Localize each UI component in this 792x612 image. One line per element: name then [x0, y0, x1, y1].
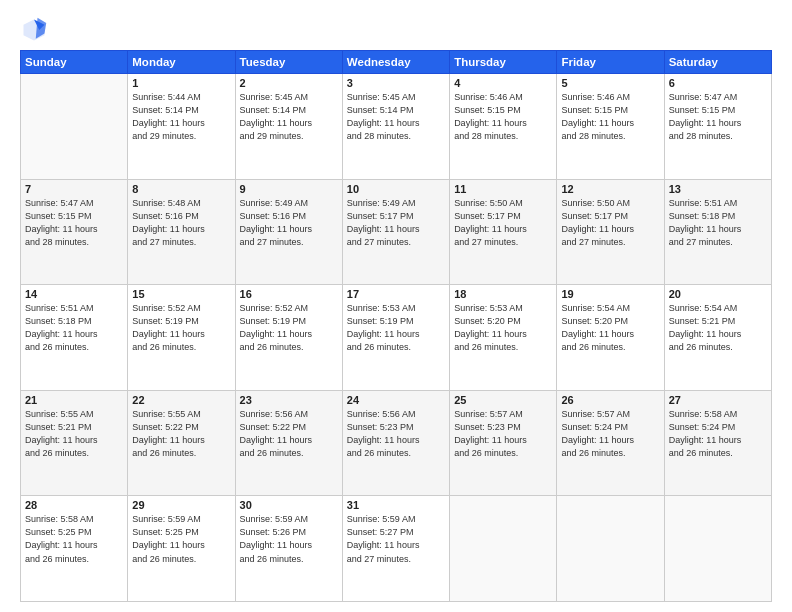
calendar-cell: 6Sunrise: 5:47 AM Sunset: 5:15 PM Daylig… — [664, 74, 771, 180]
day-info: Sunrise: 5:57 AM Sunset: 5:24 PM Dayligh… — [561, 408, 659, 460]
day-number: 20 — [669, 288, 767, 300]
day-number: 9 — [240, 183, 338, 195]
day-info: Sunrise: 5:59 AM Sunset: 5:27 PM Dayligh… — [347, 513, 445, 565]
calendar-cell — [664, 496, 771, 602]
day-info: Sunrise: 5:48 AM Sunset: 5:16 PM Dayligh… — [132, 197, 230, 249]
calendar-cell: 7Sunrise: 5:47 AM Sunset: 5:15 PM Daylig… — [21, 179, 128, 285]
calendar-cell: 9Sunrise: 5:49 AM Sunset: 5:16 PM Daylig… — [235, 179, 342, 285]
calendar-cell: 14Sunrise: 5:51 AM Sunset: 5:18 PM Dayli… — [21, 285, 128, 391]
day-number: 12 — [561, 183, 659, 195]
calendar-week-row: 28Sunrise: 5:58 AM Sunset: 5:25 PM Dayli… — [21, 496, 772, 602]
calendar-cell: 2Sunrise: 5:45 AM Sunset: 5:14 PM Daylig… — [235, 74, 342, 180]
calendar-cell: 30Sunrise: 5:59 AM Sunset: 5:26 PM Dayli… — [235, 496, 342, 602]
calendar-cell: 24Sunrise: 5:56 AM Sunset: 5:23 PM Dayli… — [342, 390, 449, 496]
day-info: Sunrise: 5:54 AM Sunset: 5:20 PM Dayligh… — [561, 302, 659, 354]
day-number: 11 — [454, 183, 552, 195]
header — [20, 16, 772, 44]
day-number: 29 — [132, 499, 230, 511]
day-info: Sunrise: 5:46 AM Sunset: 5:15 PM Dayligh… — [454, 91, 552, 143]
calendar-week-row: 14Sunrise: 5:51 AM Sunset: 5:18 PM Dayli… — [21, 285, 772, 391]
weekday-header-thursday: Thursday — [450, 51, 557, 74]
logo-icon — [20, 16, 48, 44]
weekday-header-wednesday: Wednesday — [342, 51, 449, 74]
day-info: Sunrise: 5:56 AM Sunset: 5:22 PM Dayligh… — [240, 408, 338, 460]
calendar-cell: 4Sunrise: 5:46 AM Sunset: 5:15 PM Daylig… — [450, 74, 557, 180]
calendar-cell: 3Sunrise: 5:45 AM Sunset: 5:14 PM Daylig… — [342, 74, 449, 180]
calendar-table: SundayMondayTuesdayWednesdayThursdayFrid… — [20, 50, 772, 602]
weekday-header-monday: Monday — [128, 51, 235, 74]
day-number: 16 — [240, 288, 338, 300]
calendar-cell: 20Sunrise: 5:54 AM Sunset: 5:21 PM Dayli… — [664, 285, 771, 391]
day-number: 5 — [561, 77, 659, 89]
day-info: Sunrise: 5:59 AM Sunset: 5:25 PM Dayligh… — [132, 513, 230, 565]
day-number: 7 — [25, 183, 123, 195]
calendar-cell: 12Sunrise: 5:50 AM Sunset: 5:17 PM Dayli… — [557, 179, 664, 285]
calendar-cell — [21, 74, 128, 180]
day-number: 27 — [669, 394, 767, 406]
day-info: Sunrise: 5:47 AM Sunset: 5:15 PM Dayligh… — [669, 91, 767, 143]
day-number: 6 — [669, 77, 767, 89]
calendar-cell — [557, 496, 664, 602]
calendar-cell — [450, 496, 557, 602]
calendar-cell: 28Sunrise: 5:58 AM Sunset: 5:25 PM Dayli… — [21, 496, 128, 602]
calendar-cell: 11Sunrise: 5:50 AM Sunset: 5:17 PM Dayli… — [450, 179, 557, 285]
calendar-cell: 5Sunrise: 5:46 AM Sunset: 5:15 PM Daylig… — [557, 74, 664, 180]
weekday-header-sunday: Sunday — [21, 51, 128, 74]
day-info: Sunrise: 5:44 AM Sunset: 5:14 PM Dayligh… — [132, 91, 230, 143]
day-number: 28 — [25, 499, 123, 511]
day-number: 19 — [561, 288, 659, 300]
day-number: 30 — [240, 499, 338, 511]
day-number: 13 — [669, 183, 767, 195]
day-number: 17 — [347, 288, 445, 300]
day-info: Sunrise: 5:55 AM Sunset: 5:22 PM Dayligh… — [132, 408, 230, 460]
day-info: Sunrise: 5:49 AM Sunset: 5:17 PM Dayligh… — [347, 197, 445, 249]
weekday-header-row: SundayMondayTuesdayWednesdayThursdayFrid… — [21, 51, 772, 74]
calendar-cell: 21Sunrise: 5:55 AM Sunset: 5:21 PM Dayli… — [21, 390, 128, 496]
calendar-cell: 26Sunrise: 5:57 AM Sunset: 5:24 PM Dayli… — [557, 390, 664, 496]
day-number: 23 — [240, 394, 338, 406]
weekday-header-saturday: Saturday — [664, 51, 771, 74]
day-info: Sunrise: 5:53 AM Sunset: 5:20 PM Dayligh… — [454, 302, 552, 354]
day-info: Sunrise: 5:59 AM Sunset: 5:26 PM Dayligh… — [240, 513, 338, 565]
day-info: Sunrise: 5:53 AM Sunset: 5:19 PM Dayligh… — [347, 302, 445, 354]
day-number: 24 — [347, 394, 445, 406]
calendar-week-row: 1Sunrise: 5:44 AM Sunset: 5:14 PM Daylig… — [21, 74, 772, 180]
day-number: 4 — [454, 77, 552, 89]
day-number: 10 — [347, 183, 445, 195]
calendar-cell: 23Sunrise: 5:56 AM Sunset: 5:22 PM Dayli… — [235, 390, 342, 496]
day-info: Sunrise: 5:50 AM Sunset: 5:17 PM Dayligh… — [561, 197, 659, 249]
day-info: Sunrise: 5:58 AM Sunset: 5:25 PM Dayligh… — [25, 513, 123, 565]
day-info: Sunrise: 5:52 AM Sunset: 5:19 PM Dayligh… — [240, 302, 338, 354]
day-number: 15 — [132, 288, 230, 300]
day-number: 8 — [132, 183, 230, 195]
day-number: 1 — [132, 77, 230, 89]
day-info: Sunrise: 5:50 AM Sunset: 5:17 PM Dayligh… — [454, 197, 552, 249]
day-info: Sunrise: 5:51 AM Sunset: 5:18 PM Dayligh… — [669, 197, 767, 249]
weekday-header-tuesday: Tuesday — [235, 51, 342, 74]
calendar-week-row: 21Sunrise: 5:55 AM Sunset: 5:21 PM Dayli… — [21, 390, 772, 496]
calendar-cell: 13Sunrise: 5:51 AM Sunset: 5:18 PM Dayli… — [664, 179, 771, 285]
calendar-cell: 31Sunrise: 5:59 AM Sunset: 5:27 PM Dayli… — [342, 496, 449, 602]
calendar-cell: 22Sunrise: 5:55 AM Sunset: 5:22 PM Dayli… — [128, 390, 235, 496]
day-info: Sunrise: 5:58 AM Sunset: 5:24 PM Dayligh… — [669, 408, 767, 460]
day-number: 3 — [347, 77, 445, 89]
day-info: Sunrise: 5:57 AM Sunset: 5:23 PM Dayligh… — [454, 408, 552, 460]
calendar-week-row: 7Sunrise: 5:47 AM Sunset: 5:15 PM Daylig… — [21, 179, 772, 285]
day-number: 2 — [240, 77, 338, 89]
calendar-cell: 18Sunrise: 5:53 AM Sunset: 5:20 PM Dayli… — [450, 285, 557, 391]
calendar-cell: 15Sunrise: 5:52 AM Sunset: 5:19 PM Dayli… — [128, 285, 235, 391]
calendar-cell: 19Sunrise: 5:54 AM Sunset: 5:20 PM Dayli… — [557, 285, 664, 391]
day-info: Sunrise: 5:56 AM Sunset: 5:23 PM Dayligh… — [347, 408, 445, 460]
day-number: 26 — [561, 394, 659, 406]
day-info: Sunrise: 5:45 AM Sunset: 5:14 PM Dayligh… — [347, 91, 445, 143]
calendar-cell: 17Sunrise: 5:53 AM Sunset: 5:19 PM Dayli… — [342, 285, 449, 391]
day-info: Sunrise: 5:47 AM Sunset: 5:15 PM Dayligh… — [25, 197, 123, 249]
day-number: 25 — [454, 394, 552, 406]
day-info: Sunrise: 5:55 AM Sunset: 5:21 PM Dayligh… — [25, 408, 123, 460]
calendar-cell: 8Sunrise: 5:48 AM Sunset: 5:16 PM Daylig… — [128, 179, 235, 285]
calendar-cell: 25Sunrise: 5:57 AM Sunset: 5:23 PM Dayli… — [450, 390, 557, 496]
day-info: Sunrise: 5:52 AM Sunset: 5:19 PM Dayligh… — [132, 302, 230, 354]
calendar-cell: 10Sunrise: 5:49 AM Sunset: 5:17 PM Dayli… — [342, 179, 449, 285]
day-info: Sunrise: 5:54 AM Sunset: 5:21 PM Dayligh… — [669, 302, 767, 354]
day-info: Sunrise: 5:46 AM Sunset: 5:15 PM Dayligh… — [561, 91, 659, 143]
